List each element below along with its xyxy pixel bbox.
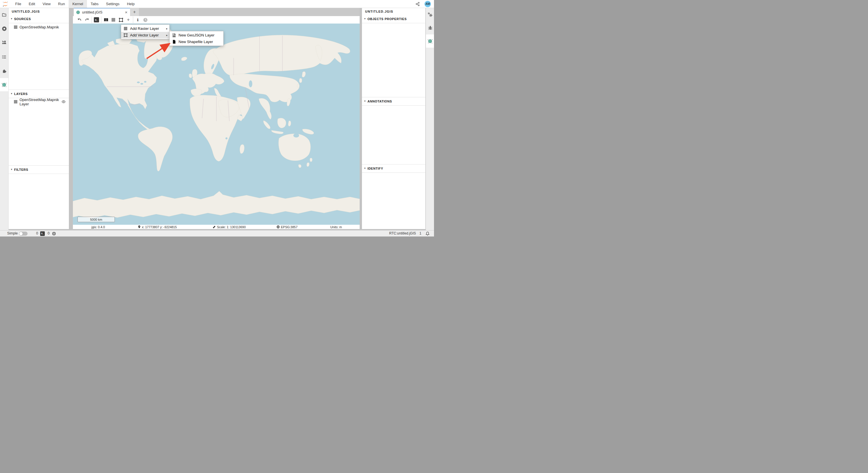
property-inspector-gears-icon[interactable] [426,8,434,21]
user-avatar[interactable]: AM [425,1,431,7]
vector-square-icon [123,33,128,37]
menu-item-add-raster-layer[interactable]: Add Raster Layer ▸ [121,25,169,32]
objects-properties-header[interactable]: ▾ OBJECTS PROPERTIES [362,15,425,23]
extensions-icon[interactable] [0,64,8,77]
collaborators-icon[interactable] [0,36,8,49]
share-icon[interactable] [415,2,420,6]
menu-kernel[interactable]: Kernel [69,0,87,8]
filters-section-header[interactable]: ▾ FILTERS [9,165,69,174]
left-panel-title: UNTITLED.JGIS [9,8,69,15]
window-statusbar: Simple 0 $_ 0 RTC:untitled.jGIS 1 [0,230,434,236]
annotations-header[interactable]: ▾ ANNOTATIONS [362,97,425,106]
running-sessions-icon[interactable] [0,22,8,35]
projection-readout: EPSG:3857 [276,225,298,229]
rtc-document-label: RTC:untitled.jGIS [389,231,416,235]
map-toolbar: $_ [73,16,360,24]
world-map [73,24,360,225]
identify-header[interactable]: ▾ IDENTIFY [362,164,425,173]
caret-down-icon: ▾ [364,100,366,102]
caret-down-icon: ▾ [364,17,366,20]
file-icon [172,40,176,44]
layer-item[interactable]: OpenStreetMap.Mapnik Layer [9,98,69,106]
menu-item-add-vector-layer[interactable]: Add Vector Layer ▸ [121,32,169,38]
terminal-icon[interactable]: $_ [40,231,45,236]
left-panel: UNTITLED.JGIS ▾ SOURCES OpenStreetMap.Ma… [9,8,69,229]
temporal-clock-icon[interactable] [142,17,149,23]
globe-wire-icon [276,225,280,228]
caret-down-icon: ▾ [11,168,12,171]
notifications-count: 1 [420,231,422,235]
visibility-eye-icon[interactable] [61,100,66,104]
map-canvas[interactable]: 5000 km [73,24,360,225]
identify-label: IDENTIFY [367,167,383,170]
caret-down-icon: ▾ [364,167,366,169]
menu-item-label: Add Raster Layer [130,26,166,31]
annotations-label: ANNOTATIONS [367,100,392,103]
map-scale-bar: 5000 km [78,217,115,222]
ruler-icon [212,225,216,229]
menu-tabs[interactable]: Tabs [87,0,102,8]
menu-item-new-shapefile-layer[interactable]: New Shapefile Layer [169,38,223,45]
caret-down-icon: ▾ [11,17,12,20]
menu-edit[interactable]: Edit [25,0,39,8]
jgis-version: jgis: 0.4.0 [91,225,105,229]
objects-properties-label: OBJECTS PROPERTIES [367,17,407,21]
raster-grid-icon [13,25,18,29]
tab-close-icon[interactable]: × [124,10,128,14]
tab-untitled-jgis[interactable]: untitled.jGIS × [74,8,130,16]
submenu-arrow-icon: ▸ [166,34,167,37]
sources-section-header[interactable]: ▾ SOURCES [9,15,69,23]
location-pin-icon [138,225,141,228]
right-panel-title: UNTITLED.JGIS [362,8,425,15]
menu-file[interactable]: File [11,0,25,8]
menu-item-new-geojson-layer[interactable]: New GeoJSON Layer [169,32,223,38]
menu-item-label: New Shapefile Layer [179,40,222,44]
add-raster-grid-icon[interactable] [110,17,117,23]
tab-label: untitled.jGIS [82,10,124,14]
right-activity-bar [426,8,434,230]
menu-settings[interactable]: Settings [102,0,123,8]
jupytergis-right-panel-icon[interactable] [426,34,434,48]
add-vector-layer-submenu: New GeoJSON Layer New Shapefile Layer [169,31,224,46]
layers-section-header[interactable]: ▾ LAYERS [9,90,69,98]
debugger-bug-icon[interactable] [426,21,434,34]
undo-icon[interactable] [76,17,83,23]
table-of-contents-icon[interactable] [0,50,8,63]
new-tab-button[interactable]: + [130,8,139,16]
tab-bar: untitled.jGIS × + [73,8,360,16]
menu-help[interactable]: Help [123,0,138,8]
layers-section-label: LAYERS [14,92,28,96]
map-statusbar: jgis: 0.4.0 x: 17773807 y: -9224815 Scal… [73,225,360,229]
redo-icon[interactable] [83,17,91,23]
bell-icon[interactable] [425,231,430,236]
filters-section-label: FILTERS [14,168,28,171]
source-item[interactable]: OpenStreetMap.Mapnik [9,23,69,31]
raster-grid-icon [13,100,18,104]
menu-item-label: Add Vector Layer [130,33,166,37]
menu-item-label: New GeoJSON Layer [179,33,222,37]
simple-mode-toggle[interactable] [19,232,28,235]
menu-run[interactable]: Run [54,0,69,8]
file-browser-icon[interactable] [0,8,8,21]
vector-square-icon[interactable] [117,17,125,23]
cursor-coordinates: x: 17773807 y: -9224815 [138,225,177,229]
scale-bar-label: 5000 km [90,218,102,221]
simple-mode-label: Simple [7,231,18,235]
submenu-arrow-icon: ▸ [166,27,167,30]
identify-info-icon[interactable]: i [134,17,142,23]
sources-section-label: SOURCES [14,17,31,21]
menu-view[interactable]: View [39,0,54,8]
console-terminal-icon[interactable]: $_ [93,17,100,23]
add-layer-plus-icon[interactable]: + [125,17,132,23]
add-layer-menu: Add Raster Layer ▸ Add Vector Layer ▸ [121,24,169,39]
map-scale-readout: Scale: 1: 130113690 [212,225,246,229]
jupytergis-panel-icon[interactable] [0,78,8,91]
kernel-chip-icon[interactable] [52,231,56,236]
units-readout: Units: m [330,225,342,229]
kernels-count: 0 [48,231,50,235]
terminals-count: 0 [36,231,38,235]
raster-grid-icon [123,26,128,31]
geojson-file-icon [172,33,176,38]
basemap-book-icon[interactable] [102,17,110,23]
source-item-label: OpenStreetMap.Mapnik [20,25,59,29]
